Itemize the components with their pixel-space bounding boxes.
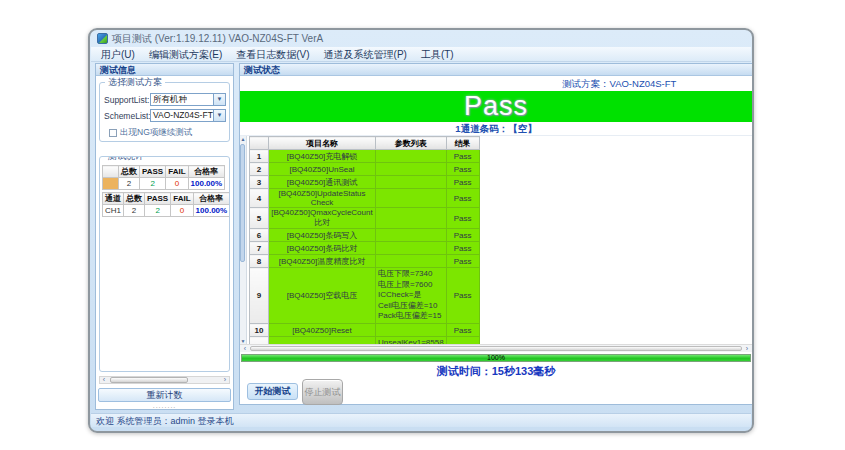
result-banner: Pass	[240, 91, 752, 122]
channel-data-row: CH1 2 2 0 100.00%	[103, 205, 231, 217]
channel-stats-table: 通道 总数 PASS FAIL 合格率 温度 CH1 2 2 0 100.00%	[102, 192, 230, 217]
status-bar: 欢迎 系统管理员：admin 登录本机	[91, 413, 751, 427]
scroll-right-icon[interactable]: ›	[221, 377, 229, 383]
continue-on-ng-checkbox[interactable]	[109, 129, 117, 137]
scheme-select-group: 选择测试方案 SupportList: 所有机种 ▼ SchemeList: V…	[99, 82, 230, 142]
chevron-down-icon[interactable]: ▼	[213, 94, 225, 105]
menu-view-log[interactable]: 查看日志数据(V)	[229, 47, 316, 62]
schemelist-value: VAO-NZ04S-FT	[151, 110, 213, 121]
table-row[interactable]: 11 [BQ40Z50]UnSeal UnsealKey1=8558 Unsea…	[250, 337, 480, 345]
item-name: [BQ40Z50]通讯测试	[269, 176, 376, 189]
row-number: 11	[250, 337, 269, 345]
menu-channel-system[interactable]: 通道及系统管理(P)	[317, 47, 414, 62]
continue-on-ng-checkbox-row: 出现NG项继续测试	[109, 127, 192, 139]
header-item-name: 项目名称	[269, 137, 376, 150]
table-row[interactable]: 4 [BQ40Z50]UpdateStatus Check Pass	[250, 189, 480, 208]
row-number: 4	[250, 189, 269, 208]
item-name: [BQ40Z50]条码写入	[269, 229, 376, 242]
resize-grip-dots: ........	[96, 402, 233, 409]
summary-data-row: 2 2 0 100.00%	[103, 178, 225, 190]
item-params	[376, 208, 447, 229]
header-params: 参数列表	[376, 137, 447, 150]
scroll-left-icon[interactable]: ‹	[241, 345, 249, 353]
summary-header-row: 总数 PASS FAIL 合格率	[103, 166, 225, 178]
item-result: Pass	[446, 163, 479, 176]
item-result: Pass	[446, 268, 479, 324]
scroll-right-icon[interactable]: ›	[743, 345, 751, 353]
row-number: 5	[250, 208, 269, 229]
channel-total: 2	[124, 205, 145, 217]
channel-header-pass: PASS	[145, 193, 171, 205]
recount-button[interactable]: 重新计数	[98, 388, 231, 402]
summary-header-total: 总数	[119, 166, 140, 178]
summary-header-blank	[103, 166, 119, 178]
item-name: [BQ40Z50]充电解锁	[269, 150, 376, 163]
table-row[interactable]: 6 [BQ40Z50]条码写入 Pass	[250, 229, 480, 242]
table-row[interactable]: 5 [BQ40Z50]QmaxCycleCount比对 Pass	[250, 208, 480, 229]
row-number: 2	[250, 163, 269, 176]
progress-percent-label: 100%	[242, 354, 750, 361]
item-params	[376, 229, 447, 242]
table-row[interactable]: 8 [BQ40Z50]温度精度比对 Pass	[250, 255, 480, 268]
item-params	[376, 176, 447, 189]
test-stats-group: 测试统计 总数 PASS FAIL 合格率 2 2 0 100.00%	[99, 156, 230, 372]
chevron-down-icon[interactable]: ▼	[213, 110, 225, 121]
test-items-table: 项目名称 参数列表 结果 1 [BQ40Z50]充电解锁 Pass 2 [BQ4…	[249, 136, 480, 344]
channel-header-row: 通道 总数 PASS FAIL 合格率 温度	[103, 193, 231, 205]
schemelist-row: SchemeList: VAO-NZ04S-FT ▼	[104, 109, 226, 122]
test-table-horizontal-scrollbar[interactable]: ‹ ›	[240, 344, 752, 352]
stop-test-button: 停止测试	[302, 379, 343, 405]
row-number: 7	[250, 242, 269, 255]
current-scheme-line: 测试方案：VAO-NZ04S-FT	[240, 76, 752, 91]
schemelist-label: SchemeList:	[104, 111, 150, 121]
item-params	[376, 324, 447, 337]
app-window: 项目测试 (Ver:1.19.12.11) VAO-NZ04S-FT VerA …	[88, 28, 754, 433]
table-row[interactable]: 3 [BQ40Z50]通讯测试 Pass	[250, 176, 480, 189]
table-row[interactable]: 9 [BQ40Z50]空载电压 电压下限=7340 电压上限=7600 ICCh…	[250, 268, 480, 324]
channel-rate: 100.00%	[193, 205, 230, 217]
menu-user[interactable]: 用户(U)	[94, 47, 142, 62]
item-result: Pass	[446, 189, 479, 208]
supportlist-row: SupportList: 所有机种 ▼	[104, 93, 226, 106]
title-bar[interactable]: 项目测试 (Ver:1.19.12.11) VAO-NZ04S-FT VerA	[90, 30, 752, 47]
item-result: Pass	[446, 242, 479, 255]
table-row[interactable]: 10 [BQ40Z50]Reset Pass	[250, 324, 480, 337]
supportlist-dropdown[interactable]: 所有机种 ▼	[150, 93, 226, 106]
table-row[interactable]: 2 [BQ40Z50]UnSeal Pass	[250, 163, 480, 176]
scroll-left-icon[interactable]: ‹	[100, 377, 108, 383]
item-name: [BQ40Z50]UnSeal	[269, 163, 376, 176]
menu-edit-scheme[interactable]: 编辑测试方案(E)	[142, 47, 229, 62]
summary-fail: 0	[166, 178, 188, 190]
row-number: 10	[250, 324, 269, 337]
item-name: [BQ40Z50]Reset	[269, 324, 376, 337]
channel-header-total: 总数	[124, 193, 145, 205]
table-row[interactable]: 7 [BQ40Z50]条码比对 Pass	[250, 242, 480, 255]
summary-header-pass: PASS	[140, 166, 166, 178]
summary-header-fail: FAIL	[166, 166, 188, 178]
item-result: Pass	[446, 255, 479, 268]
channel-header-rate: 合格率	[193, 193, 230, 205]
scrollbar-thumb[interactable]	[110, 377, 188, 383]
test-table-vertical-scrollbar[interactable]: ▲ ▼	[240, 136, 247, 344]
scroll-up-icon[interactable]: ▲	[240, 136, 246, 142]
menu-bar: 用户(U) 编辑测试方案(E) 查看日志数据(V) 通道及系统管理(P) 工具(…	[91, 47, 751, 62]
summary-rate: 100.00%	[188, 178, 225, 190]
row-number: 6	[250, 229, 269, 242]
scrollbar-thumb[interactable]	[240, 144, 245, 262]
table-row[interactable]: 1 [BQ40Z50]充电解锁 Pass	[250, 150, 480, 163]
header-result: 结果	[446, 137, 479, 150]
start-test-button[interactable]: 开始测试	[247, 383, 298, 400]
scheme-select-group-label: 选择测试方案	[105, 77, 165, 87]
item-result: Pass	[446, 229, 479, 242]
left-panel-horizontal-scrollbar[interactable]: ‹ ›	[99, 376, 230, 384]
item-result: Pass	[446, 208, 479, 229]
app-icon	[97, 33, 108, 44]
summary-total: 2	[119, 178, 140, 190]
menu-tools[interactable]: 工具(T)	[414, 47, 461, 62]
channel-header-fail: FAIL	[171, 193, 193, 205]
window-title: 项目测试 (Ver:1.19.12.11) VAO-NZ04S-FT VerA	[112, 32, 323, 46]
channel-fail: 0	[171, 205, 193, 217]
scrollbar-thumb[interactable]	[250, 346, 742, 351]
schemelist-dropdown[interactable]: VAO-NZ04S-FT ▼	[150, 109, 226, 122]
item-result: Pass	[446, 176, 479, 189]
